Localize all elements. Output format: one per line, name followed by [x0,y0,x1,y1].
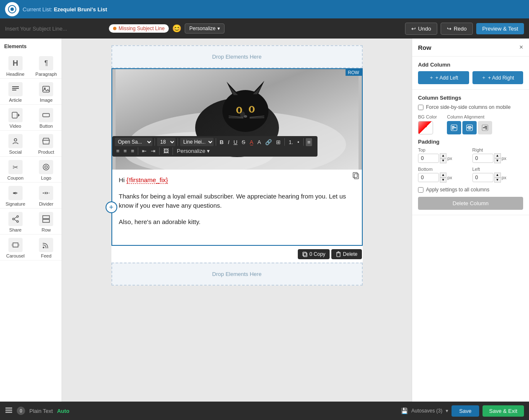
underline-button[interactable]: U [232,138,239,146]
ordered-list-button[interactable]: 1. [287,138,295,146]
align-right-button[interactable]: ≡ [122,147,129,155]
padding-left-up[interactable]: ▲ [494,173,501,178]
element-coupon[interactable]: ✂ Coupon [0,157,31,183]
headline-label: Headline [6,72,24,77]
padding-left-down[interactable]: ▼ [494,178,501,183]
padding-right-down[interactable]: ▼ [494,158,501,163]
element-row[interactable]: Row [31,209,62,234]
preview-test-button[interactable]: Preview & Test [476,23,524,34]
apply-all-row: Apply settings to all columns [418,187,523,193]
element-product[interactable]: Product [31,131,62,157]
align-right-col-button[interactable] [478,121,492,134]
element-headline[interactable]: H Headline [0,53,31,79]
add-right-button[interactable]: ＋ + Add Right [472,71,524,84]
delete-column-button[interactable]: Delete Column [418,197,523,210]
column-alignment-group: Column Alignment [447,114,492,134]
align-left-col-button[interactable] [447,121,461,134]
subjectbar: Missing Subject Line 😊 Personalize ▾ ↩ U… [0,18,529,39]
svg-rect-48 [303,252,306,256]
image-insert-button[interactable]: 🖼 [162,147,170,155]
save-button[interactable]: Save [452,405,479,417]
body-line-1[interactable]: Thanks for being a loyal email subscribe… [119,192,355,211]
header-right-actions: ↩ Undo ↪ Redo Preview & Test [405,23,524,35]
bg-color-swatch[interactable] [418,121,433,134]
image-label: Image [40,98,53,103]
element-divider[interactable]: Divider [31,183,62,209]
row-block-label: ROW [346,69,362,76]
padding-top-up[interactable]: ▲ [440,153,446,158]
padding-bottom-input[interactable] [418,173,439,182]
add-element-button[interactable]: + [106,201,117,213]
personalize-subject-button[interactable]: Personalize ▾ [185,23,225,33]
undo-button[interactable]: ↩ Undo [405,23,437,35]
personalize-text-button[interactable]: Personalize ▾ [175,147,212,155]
save-exit-button[interactable]: Save & Exit [483,405,524,417]
bottom-badge-icon: 0 [17,407,25,415]
padding-top-down[interactable]: ▼ [440,158,446,163]
bg-color-button[interactable]: A [256,138,263,146]
element-image[interactable]: Image [31,79,62,105]
svg-rect-58 [468,129,471,129]
copy-block-button[interactable]: 0 Copy [298,249,330,259]
padding-left-input[interactable] [472,173,493,182]
delete-block-button[interactable]: Delete [331,249,362,259]
align-center-button[interactable]: ≡ [115,147,121,155]
element-button[interactable]: Button [31,105,62,131]
element-feed[interactable]: Feed [31,234,62,260]
element-article[interactable]: Article [0,79,31,105]
paragraph-icon: ¶ [39,56,53,70]
add-left-button[interactable]: ＋ + Add Left [418,71,469,84]
text-editor-block[interactable]: Open Sa... 18 Line Hei... B I U [112,170,362,245]
apply-all-checkbox[interactable] [418,187,423,193]
body-line-2[interactable]: Also, here's an adorable kitty. [119,217,355,227]
link-button[interactable]: 🔗 [263,138,274,146]
bold-button[interactable]: B [218,138,225,146]
padding-right-input[interactable] [472,154,493,163]
line-height-select[interactable]: Line Hei... [180,138,214,146]
greeting-line[interactable]: Hi {!firstname_fix} [119,175,355,185]
svg-rect-24 [18,244,19,246]
drop-zone-bottom[interactable]: Drop Elements Here [111,263,363,286]
align-justify-button[interactable]: ≡ [129,147,136,155]
svg-rect-14 [44,192,48,194]
font-color-button[interactable]: A̲ [248,138,255,146]
padding-bottom-down[interactable]: ▼ [440,178,446,183]
emoji-button[interactable]: 😊 [172,24,181,33]
drop-zone-top[interactable]: Drop Elements Here [111,45,363,68]
force-mobile-checkbox[interactable] [418,105,423,110]
bottom-right-actions: 💾 Autosaves (3) ▾ Save Save & Exit [401,405,524,417]
plain-text-auto-label[interactable]: Auto [57,408,70,414]
indent-left-button[interactable]: ⇤ [140,147,148,155]
text-content[interactable]: Hi {!firstname_fix} Thanks for being a l… [112,170,362,245]
svg-rect-20 [43,216,49,219]
bullet-list-button[interactable]: • [296,138,301,146]
element-share[interactable]: Share [0,209,31,234]
align-center-col-button[interactable] [462,121,477,134]
padding-right-up[interactable]: ▲ [494,153,501,158]
elements-title: Elements [0,42,62,53]
indent-right-button[interactable]: ⇥ [149,147,157,155]
column-settings-title: Column Settings [418,95,523,101]
font-family-select[interactable]: Open Sa... [115,138,152,146]
strikethrough-button[interactable]: S [240,138,247,146]
copy-icon-small[interactable] [350,170,362,183]
padding-bottom-up[interactable]: ▲ [440,173,446,178]
element-logo[interactable]: Logo [31,157,62,183]
panel-close-button[interactable]: × [519,44,523,51]
row-block[interactable]: ROW [111,68,363,246]
element-social[interactable]: Social [0,131,31,157]
font-size-select[interactable]: 18 [157,138,175,146]
italic-button[interactable]: I [226,138,231,146]
svg-rect-45 [354,174,359,179]
redo-button[interactable]: ↪ Redo [441,23,473,35]
align-left-button[interactable]: ≡ [306,138,312,146]
padding-top-input[interactable] [418,154,439,163]
subject-input[interactable] [5,26,106,32]
element-paragraph[interactable]: ¶ Paragraph [31,53,62,79]
element-video[interactable]: Video [0,105,31,131]
svg-rect-56 [468,126,471,127]
more-button[interactable]: ⊞ [274,138,282,146]
element-signature[interactable]: ✒ Signature [0,183,31,209]
padding-top-label: Top [418,147,469,152]
element-carousel[interactable]: Carousel [0,234,31,260]
